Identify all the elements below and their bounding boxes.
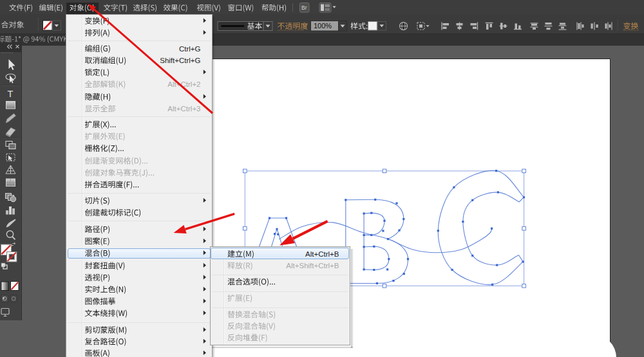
svg-text:100%: 100%: [314, 22, 332, 30]
svg-text:Shift+Ctrl+G: Shift+Ctrl+G: [160, 57, 200, 64]
svg-text:Br: Br: [301, 5, 307, 11]
svg-text:T: T: [8, 89, 14, 99]
svg-text:Alt+Shift+Ctrl+B: Alt+Shift+Ctrl+B: [286, 262, 339, 270]
svg-text:Alt+Ctrl+3: Alt+Ctrl+3: [167, 105, 200, 113]
svg-text:Ctrl+G: Ctrl+G: [179, 45, 201, 53]
svg-text:Alt+Ctrl+B: Alt+Ctrl+B: [305, 250, 339, 258]
